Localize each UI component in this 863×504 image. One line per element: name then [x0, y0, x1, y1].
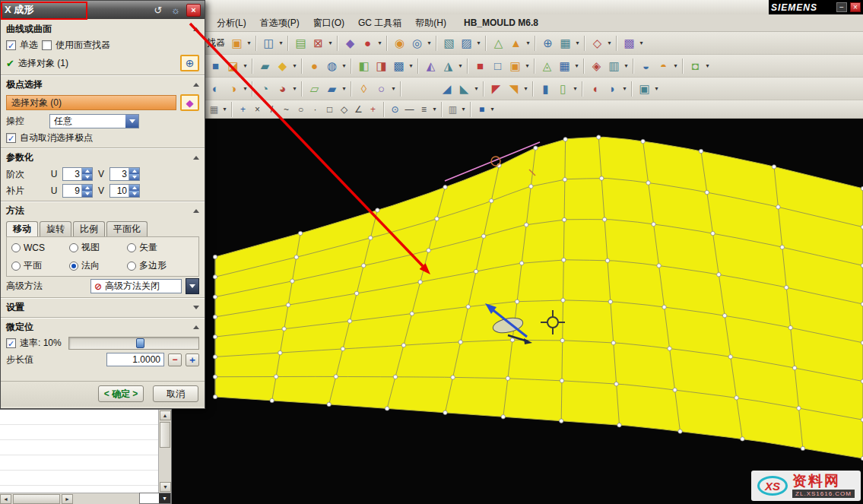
chevron-down-icon[interactable]: ▾: [672, 62, 679, 69]
toolbar-icon[interactable]: ◖: [586, 80, 604, 97]
single-select-checkbox[interactable]: ✓: [6, 40, 16, 50]
toolbar-icon[interactable]: ▥: [605, 57, 623, 74]
toolbar-icon[interactable]: ◢: [438, 80, 455, 97]
toolbar-icon[interactable]: ◔: [256, 80, 274, 97]
list-item[interactable]: [0, 425, 158, 440]
control-point[interactable]: [792, 366, 796, 369]
toolbar-icon[interactable]: ◕: [274, 80, 291, 97]
chevron-down-icon[interactable]: ▾: [489, 106, 496, 113]
control-point[interactable]: [334, 375, 338, 379]
control-point[interactable]: [652, 222, 655, 226]
chevron-down-icon[interactable]: ▾: [221, 106, 228, 113]
toolbar-icon[interactable]: ▣: [228, 34, 246, 52]
toolbar-icon[interactable]: ◧: [355, 57, 373, 74]
chevron-down-icon[interactable]: ▾: [390, 85, 397, 92]
chevron-up-icon[interactable]: [193, 27, 199, 31]
dialog-title-bar[interactable]: X 成形 ↺ ☼ ×: [1, 1, 205, 19]
vertical-scrollbar[interactable]: ▲ ▼: [158, 410, 171, 493]
reset-icon[interactable]: ↺: [151, 4, 165, 16]
toolbar-icon[interactable]: ◭: [422, 57, 439, 74]
toolbar-icon[interactable]: ▧: [440, 34, 458, 52]
control-point[interactable]: [560, 379, 563, 382]
menu-item[interactable]: 分析(L): [210, 15, 253, 31]
toolbar-icon[interactable]: /: [265, 102, 279, 116]
toolbar-icon[interactable]: ·: [308, 102, 322, 116]
control-point[interactable]: [385, 407, 389, 410]
list-item[interactable]: [0, 455, 158, 471]
control-point[interactable]: [278, 350, 282, 354]
toolbar-icon[interactable]: ∠: [351, 102, 366, 116]
advanced-method-dropdown[interactable]: ⊘ 高级方法关闭: [90, 279, 182, 293]
toolbar-icon[interactable]: □: [322, 102, 337, 116]
toolbar-icon[interactable]: ◆: [274, 57, 291, 74]
menu-item[interactable]: 窗口(O): [306, 15, 351, 31]
toolbar-icon[interactable]: ▣: [636, 80, 653, 97]
toolbar-icon[interactable]: ◑: [224, 80, 242, 97]
control-point[interactable]: [646, 181, 650, 185]
control-point[interactable]: [600, 176, 604, 180]
chevron-down-icon[interactable]: [125, 115, 138, 128]
chevron-down-icon[interactable]: ▾: [341, 85, 347, 92]
chevron-down-icon[interactable]: ▾: [426, 40, 433, 46]
chevron-down-icon[interactable]: ▼: [159, 493, 170, 503]
control-point[interactable]: [427, 249, 430, 252]
control-point[interactable]: [611, 341, 615, 344]
toolbar-icon[interactable]: ◇: [589, 34, 606, 52]
menu-item[interactable]: 首选项(P): [253, 15, 306, 31]
toolbar-icon[interactable]: ⊕: [539, 34, 557, 52]
toolbar-icon[interactable]: ▥: [446, 102, 460, 116]
control-point[interactable]: [451, 376, 455, 379]
chevron-down-icon[interactable]: ▾: [246, 40, 252, 46]
control-point[interactable]: [801, 446, 804, 450]
section-header-micro[interactable]: 微定位: [1, 318, 205, 335]
toolbar-icon[interactable]: ■: [474, 102, 489, 116]
control-point[interactable]: [722, 314, 726, 318]
toolbar-icon[interactable]: ○: [293, 102, 308, 116]
toolbar-icon[interactable]: ▦: [207, 102, 221, 116]
list-item[interactable]: [0, 440, 158, 455]
scroll-down-icon[interactable]: ▼: [160, 482, 171, 492]
control-point[interactable]: [510, 338, 514, 342]
toolbar-icon[interactable]: ◈: [588, 57, 605, 74]
toolbar-icon[interactable]: ◤: [487, 80, 505, 97]
gear-icon[interactable]: ☼: [169, 4, 182, 16]
chevron-down-icon[interactable]: ▾: [376, 40, 383, 46]
increment-button[interactable]: ＋: [186, 353, 199, 366]
chevron-down-icon[interactable]: ▾: [291, 85, 298, 92]
ok-button[interactable]: < 确定 >: [98, 385, 144, 402]
control-point[interactable]: [602, 217, 606, 221]
control-point[interactable]: [354, 291, 358, 295]
chevron-down-icon[interactable]: ▾: [621, 85, 628, 92]
toolbar-icon[interactable]: ◬: [538, 57, 556, 74]
pole-select-highlight[interactable]: 选择对象 (0): [6, 95, 176, 110]
control-point[interactable]: [776, 205, 780, 209]
chevron-up-icon[interactable]: [193, 156, 199, 160]
toolbar-icon[interactable]: +: [366, 102, 380, 116]
control-point[interactable]: [286, 303, 290, 307]
radio-WCS[interactable]: [11, 243, 21, 252]
control-point[interactable]: [608, 300, 612, 303]
radio-多边形[interactable]: [127, 262, 136, 271]
section-header-curve[interactable]: 曲线或曲面: [1, 21, 205, 37]
control-point[interactable]: [474, 269, 478, 273]
control-point[interactable]: [515, 300, 519, 303]
control-point[interactable]: [490, 199, 493, 203]
toolbar-icon[interactable]: ▰: [323, 80, 341, 97]
toolbar-icon[interactable]: ▤: [292, 34, 309, 52]
control-point[interactable]: [213, 315, 217, 319]
control-point[interactable]: [466, 305, 470, 309]
control-point[interactable]: [797, 406, 801, 410]
rate-slider[interactable]: [68, 337, 199, 350]
tab-平面化[interactable]: 平面化: [106, 221, 148, 236]
toolbar-icon[interactable]: ◮: [439, 57, 457, 74]
control-point[interactable]: [347, 319, 351, 323]
toolbar-icon[interactable]: ×: [250, 102, 265, 116]
toolbar-icon[interactable]: △: [490, 34, 507, 52]
vertical-scroll-thumb[interactable]: [160, 422, 170, 448]
chevron-down-icon[interactable]: ▾: [574, 40, 581, 46]
toolbar-icon[interactable]: ▦: [556, 57, 573, 74]
chevron-down-icon[interactable]: ▾: [573, 62, 580, 69]
control-point[interactable]: [780, 246, 784, 249]
control-point[interactable]: [294, 255, 298, 259]
toolbar-icon[interactable]: ■: [471, 57, 489, 74]
